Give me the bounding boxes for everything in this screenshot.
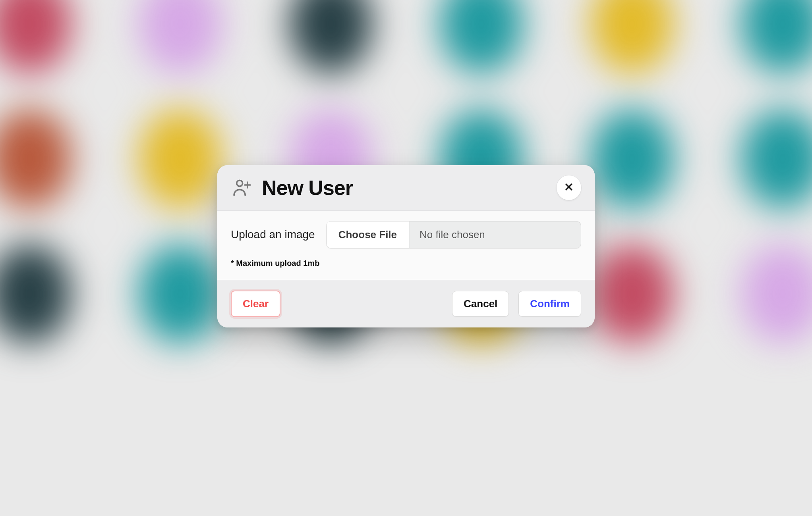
choose-file-button[interactable]: Choose File (327, 221, 409, 248)
modal-body: Upload an image Choose File No file chos… (217, 211, 595, 280)
file-picker: Choose File No file chosen (326, 221, 581, 248)
modal-overlay: New User Upload an image Choose File No … (0, 0, 812, 516)
user-plus-icon (231, 177, 253, 199)
cancel-button[interactable]: Cancel (452, 291, 509, 317)
modal-header: New User (217, 165, 595, 211)
file-status: No file chosen (409, 221, 581, 248)
svg-point-0 (237, 180, 243, 186)
modal-footer: Clear Cancel Confirm (217, 280, 595, 327)
new-user-modal: New User Upload an image Choose File No … (217, 165, 595, 327)
footer-right: Cancel Confirm (452, 291, 581, 317)
clear-button[interactable]: Clear (231, 291, 280, 317)
confirm-button[interactable]: Confirm (518, 291, 581, 317)
upload-row: Upload an image Choose File No file chos… (217, 211, 595, 259)
close-icon (564, 182, 574, 193)
modal-title: New User (262, 176, 353, 200)
upload-hint: * Maximum upload 1mb (217, 259, 595, 280)
upload-label: Upload an image (231, 228, 315, 241)
modal-header-left: New User (231, 176, 353, 200)
close-button[interactable] (557, 175, 581, 200)
